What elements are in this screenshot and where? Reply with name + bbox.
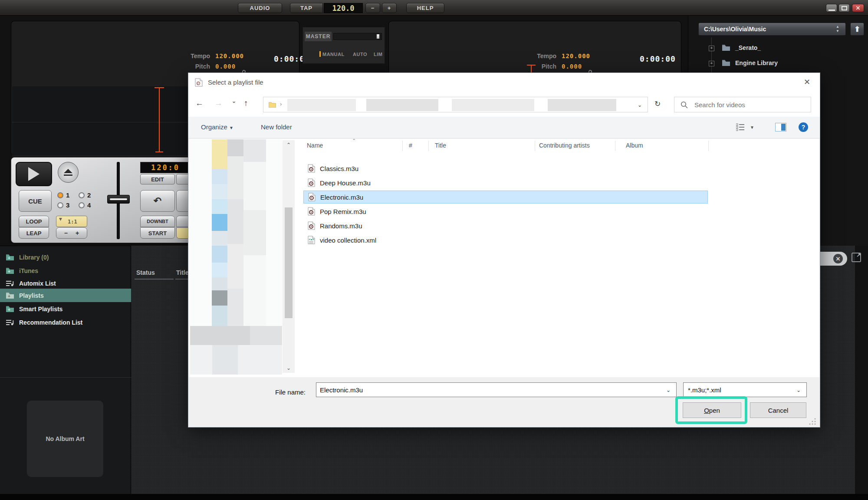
eject-button[interactable] [58,162,79,183]
hotcue-1-radio[interactable] [57,192,63,198]
sidebar-item-playlists[interactable]: + Playlists [6,290,128,301]
close-app-icon[interactable]: ✕ [852,4,864,12]
expand-icon[interactable]: + [709,61,714,66]
file-row[interactable]: Pop Remix.m3u [303,205,708,218]
up-icon[interactable]: ↑ [244,99,248,108]
tree-item-label: _Serato_ [735,44,761,51]
master-volume-handle[interactable] [376,34,380,39]
nav-pane-scrollbar[interactable]: ⌃ ⌄ [283,140,295,373]
beat-plus-button[interactable]: + [76,230,79,237]
dialog-nav-pane-redacted[interactable] [190,139,282,375]
play-button[interactable] [16,162,52,186]
column-album[interactable]: Album [626,142,643,149]
sort-asc-icon: ⌃ [352,138,356,144]
downbeat-button[interactable]: DOWNBT [140,216,175,227]
column-name[interactable]: Name [307,142,323,149]
dialog-navbar: ← → ⌄ ↑ › ⌄ ↻ [188,92,820,117]
address-bar[interactable]: › ⌄ [263,97,648,112]
spinner-arrows-icon[interactable]: ▲▼ [836,25,839,33]
clear-search-icon[interactable]: ✕ [833,254,843,263]
new-folder-button[interactable]: New folder [261,123,292,131]
address-dropdown-icon[interactable]: ⌄ [638,102,642,108]
beat-adjust-buttons[interactable]: − + [56,227,87,239]
file-row[interactable]: Randoms.m3u [303,219,708,232]
column-number[interactable]: # [409,142,412,149]
dialog-title: Select a playlist file [208,79,263,86]
hotcue-4-radio[interactable] [79,202,85,208]
sidebar-item-library[interactable]: + Library (0) [6,252,128,263]
file-row[interactable]: <●> video collection.xml [303,234,708,247]
sidebar-item-itunes[interactable]: + iTunes [6,266,128,276]
tree-item-engine-library[interactable]: + Engine Library [688,56,868,70]
cue-button[interactable]: CUE [19,190,52,212]
beat-minus-button[interactable]: − [64,230,68,237]
audio-button[interactable]: AUDIO [238,3,282,13]
scroll-down-icon[interactable]: ⌄ [283,363,295,373]
external-link-icon[interactable]: ↗ [852,253,861,262]
tree-item-serato[interactable]: + _Serato_ [688,41,868,55]
search-input[interactable] [694,99,806,110]
column-contributing[interactable]: Contributing artists [539,142,590,149]
help-icon[interactable]: ? [799,122,808,132]
resize-grip[interactable] [808,417,817,426]
file-name-label: File name: [275,388,306,396]
tap-button[interactable]: TAP [290,3,323,13]
file-type-filter[interactable]: *.m3u;*.xml ⌄ [683,382,807,397]
file-row-selected[interactable]: Electronic.m3u [303,191,708,204]
library-column-status[interactable]: Status [136,269,155,276]
organize-menu[interactable]: Organize ▼ [201,123,233,131]
cancel-button[interactable]: Cancel [750,402,806,418]
combo-chevron-icon[interactable]: ⌄ [666,387,671,393]
sidebar-item-recommendation[interactable]: Recommendation List [6,317,128,328]
dialog-search-box[interactable] [674,97,811,112]
search-icon [681,101,688,109]
tap-button-label: TAP [300,5,312,11]
pitch-fader-handle[interactable] [107,195,130,204]
loop-button[interactable]: LOOP [19,216,49,227]
sidebar-item-smart-playlists[interactable]: + Smart Playlists [6,304,128,314]
file-name-combo[interactable]: ⌄ [316,382,677,397]
dialog-titlebar[interactable]: Select a playlist file ✕ [188,73,820,92]
back-icon[interactable]: ← [195,99,204,108]
undo-button[interactable]: ↶ [140,190,175,212]
refresh-icon[interactable]: ↻ [654,99,661,109]
master-volume-slider[interactable] [333,33,382,40]
master-limit-label[interactable]: LIM [374,52,382,57]
eject-icon [63,169,73,176]
expand-icon[interactable]: + [709,46,714,51]
view-options-icon[interactable] [736,123,746,133]
column-title[interactable]: Title [435,142,446,149]
view-chevron-icon[interactable]: ▼ [750,125,754,130]
file-row[interactable]: Classics.m3u [303,162,708,175]
hotcue-2-radio[interactable] [79,192,85,198]
bpm-decrease-button[interactable]: − [365,3,380,13]
browser-up-icon[interactable]: ⬆ [850,23,864,36]
sidebar-item-automix[interactable]: Automix List [6,278,128,289]
scrollbar-thumb[interactable] [285,207,293,318]
preview-pane-icon[interactable] [775,123,786,133]
dialog-close-icon[interactable]: ✕ [804,77,810,87]
browser-path-select[interactable]: C:\Users\Olivia\Music ▲▼ [698,23,846,36]
transport-topbar: AUDIO TAP 120.0 − + HELP ✕ [0,0,868,16]
master-manual-label[interactable]: MANUAL [322,52,345,57]
master-auto-label[interactable]: AUTO [353,52,367,57]
bpm-increase-button[interactable]: + [382,3,397,13]
start-button[interactable]: START [140,227,175,239]
minimize-icon[interactable] [826,4,837,12]
edit-button[interactable]: EDIT [140,174,175,184]
scroll-up-icon[interactable]: ⌃ [283,140,295,150]
file-row[interactable]: Deep House.m3u [303,176,708,189]
file-name-input[interactable] [316,383,683,397]
m3u-file-icon [308,193,316,201]
deck-right-tempo-label: Tempo [510,53,556,59]
maximize-icon[interactable] [838,4,850,12]
chevron-down-icon: ▼ [229,125,233,130]
help-button[interactable]: HELP [406,3,444,13]
leap-button[interactable]: LEAP [19,227,49,239]
file-name: Deep House.m3u [320,179,371,187]
browser-path-text: C:\Users\Olivia\Music [704,26,766,33]
tree-item-label: Engine Library [735,59,778,66]
library-column-title[interactable]: Title [176,269,189,276]
history-chevron-icon[interactable]: ⌄ [232,98,236,104]
hotcue-3-radio[interactable] [57,202,63,208]
